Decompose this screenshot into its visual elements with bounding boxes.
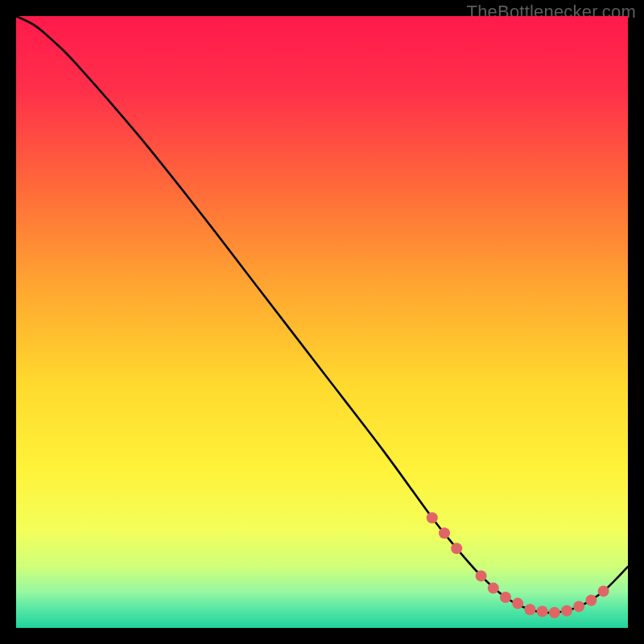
marker-dot [549,607,560,618]
marker-dot [537,605,548,617]
marker-dot [476,570,487,581]
marker-dot [585,595,597,606]
bottleneck-chart [16,16,628,628]
gradient-background [16,16,628,628]
marker-dot [488,583,499,594]
marker-dot [598,585,609,597]
marker-dot [500,592,511,603]
marker-dot [427,512,438,523]
chart-stage: TheBottlenecker.com [0,0,644,644]
marker-dot [573,601,584,612]
marker-dot [524,604,535,615]
marker-dot [512,598,523,609]
marker-dot [439,527,450,539]
marker-dot [561,605,572,617]
marker-dot [451,543,462,554]
